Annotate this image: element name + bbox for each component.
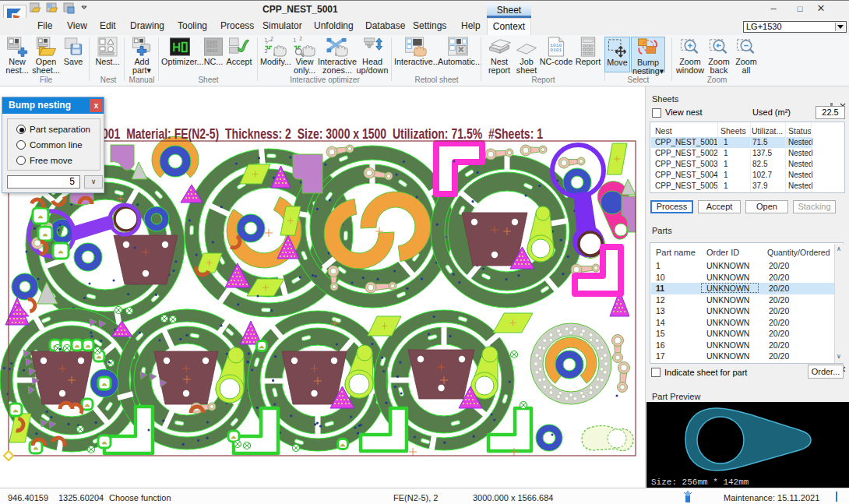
svg-text:Size: 256mm * 142mm: Size: 256mm * 142mm bbox=[651, 478, 749, 487]
svg-text:001 Material: FE(N2-5) Thick: 001 Material: FE(N2-5) Thickness: 2 Size… bbox=[102, 126, 543, 142]
svg-text:0101: 0101 bbox=[550, 48, 562, 53]
svg-text:1: 1 bbox=[294, 37, 297, 43]
svg-text:3: 3 bbox=[265, 48, 268, 54]
svg-text:G01X: G01X bbox=[206, 48, 217, 54]
svg-text:2: 2 bbox=[299, 37, 302, 41]
